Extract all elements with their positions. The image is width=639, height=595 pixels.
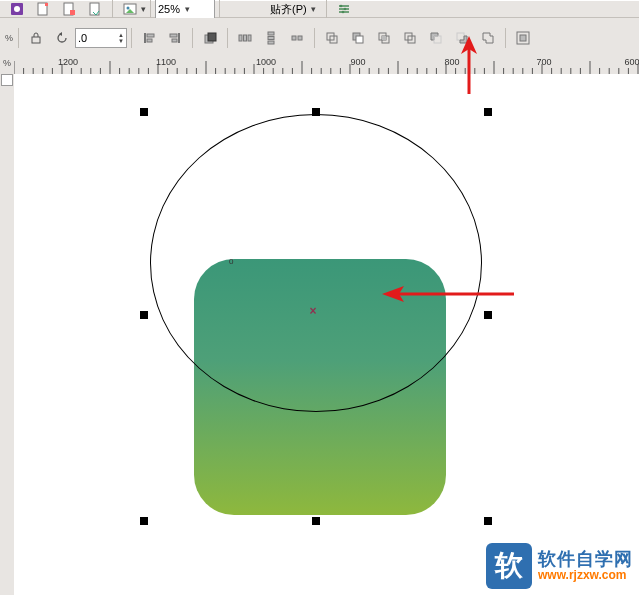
watermark-title: 软件自学网: [538, 550, 633, 570]
svg-point-9: [339, 5, 342, 8]
handle-e[interactable]: [484, 311, 492, 319]
separator: [192, 28, 193, 48]
handle-s[interactable]: [312, 517, 320, 525]
dropdown-caret-icon[interactable]: ▾: [141, 4, 146, 14]
svg-rect-32: [356, 36, 363, 43]
zoom-value: 25%: [158, 3, 180, 15]
to-front-icon[interactable]: [198, 26, 222, 50]
separator: [18, 28, 19, 48]
handle-sw[interactable]: [140, 517, 148, 525]
align-right-icon[interactable]: [163, 26, 187, 50]
ruler-label: 1000: [256, 57, 276, 67]
separator: [326, 0, 327, 19]
handle-w[interactable]: [140, 311, 148, 319]
ruler-origin-box[interactable]: [1, 74, 13, 86]
weld-icon[interactable]: [320, 26, 344, 50]
lock-icon[interactable]: [24, 26, 48, 50]
separator: [505, 28, 506, 48]
svg-rect-41: [520, 35, 526, 41]
handle-n[interactable]: [312, 108, 320, 116]
separator: [131, 28, 132, 48]
toolbar-row-2: % .0 ▲ ▼: [0, 18, 639, 59]
separator: [227, 28, 228, 48]
chevron-down-icon: ▾: [180, 4, 194, 14]
ellipse-shape[interactable]: [150, 114, 482, 412]
pct-label: %: [3, 58, 11, 68]
svg-point-1: [14, 6, 20, 12]
handle-nw[interactable]: [140, 108, 148, 116]
separator: [314, 28, 315, 48]
separator: [219, 0, 220, 19]
zoom-combo[interactable]: 25% ▾: [155, 0, 215, 19]
align-to-page-icon[interactable]: [511, 26, 535, 50]
svg-point-10: [343, 8, 346, 11]
rotation-input[interactable]: .0 ▲ ▼: [75, 28, 127, 48]
svg-rect-17: [170, 34, 177, 37]
svg-rect-16: [178, 33, 180, 43]
separator: [150, 0, 151, 19]
ruler-label: 700: [536, 57, 551, 67]
svg-rect-35: [382, 36, 386, 40]
distribute-h-icon[interactable]: [233, 26, 257, 50]
svg-rect-12: [32, 37, 40, 43]
svg-rect-5: [70, 10, 75, 15]
toolbar-row-1: ▾ 25% ▾ 贴齐(P) ▾: [0, 0, 639, 18]
svg-rect-28: [298, 36, 302, 40]
rotate-ccw-icon[interactable]: [50, 26, 74, 50]
svg-point-8: [127, 7, 130, 10]
watermark-url: www.rjzxw.com: [538, 569, 633, 582]
svg-rect-23: [248, 35, 251, 41]
ruler-label: 1100: [156, 57, 176, 67]
svg-rect-22: [244, 35, 247, 41]
svg-rect-39: [457, 33, 464, 40]
svg-point-11: [341, 11, 344, 14]
handle-se[interactable]: [484, 517, 492, 525]
svg-rect-26: [268, 41, 274, 44]
node-label: 0: [229, 257, 233, 266]
front-minus-back-icon[interactable]: [424, 26, 448, 50]
separator: [112, 0, 113, 19]
percent-label-top: %: [4, 33, 14, 43]
rotation-value: .0: [78, 32, 118, 44]
menu-paste[interactable]: 贴齐(P) ▾: [264, 2, 322, 17]
left-ruler-strip: %: [0, 56, 15, 595]
svg-rect-38: [434, 36, 441, 43]
simplify-icon[interactable]: [398, 26, 422, 50]
canvas-area[interactable]: 0 × 软 软件自学网 www.rjzxw.com: [14, 74, 639, 595]
trim-icon[interactable]: [346, 26, 370, 50]
ruler-label: 800: [444, 57, 459, 67]
chevron-down-icon: ▾: [311, 4, 316, 14]
spin-down-icon[interactable]: ▼: [118, 38, 124, 44]
ruler-label: 1200: [58, 57, 78, 67]
handle-ne[interactable]: [484, 108, 492, 116]
svg-rect-21: [239, 35, 242, 41]
boundary-icon[interactable]: [476, 26, 500, 50]
svg-rect-24: [268, 32, 274, 35]
watermark-logo: 软: [486, 543, 532, 589]
watermark: 软 软件自学网 www.rjzxw.com: [486, 543, 633, 589]
spacing-icon[interactable]: [285, 26, 309, 50]
ruler-label: 600: [624, 57, 639, 67]
horizontal-ruler: 120011001000900800700600: [14, 56, 639, 75]
intersect-icon[interactable]: [372, 26, 396, 50]
svg-rect-3: [45, 3, 48, 6]
ruler-label: 900: [350, 57, 365, 67]
svg-rect-14: [147, 34, 154, 37]
selection-center-mark: ×: [309, 304, 316, 318]
svg-rect-18: [172, 39, 177, 42]
svg-rect-25: [268, 37, 274, 40]
svg-rect-13: [144, 33, 146, 43]
distribute-v-icon[interactable]: [259, 26, 283, 50]
svg-rect-27: [292, 36, 296, 40]
back-minus-front-icon[interactable]: [450, 26, 474, 50]
svg-rect-20: [208, 33, 216, 41]
align-left-icon[interactable]: [137, 26, 161, 50]
svg-rect-15: [147, 39, 152, 42]
